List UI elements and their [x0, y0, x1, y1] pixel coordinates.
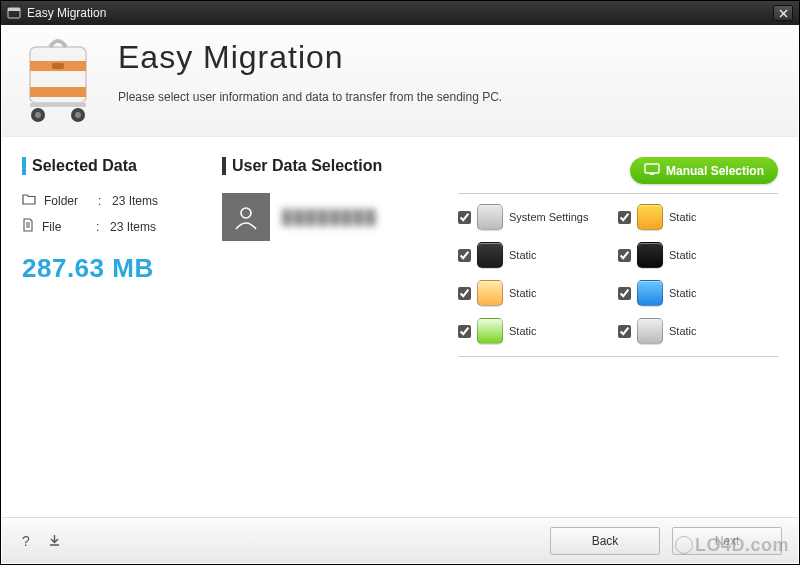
data-item-checkbox[interactable] [618, 325, 631, 338]
svg-rect-4 [30, 87, 86, 97]
download-icon [477, 318, 503, 344]
file-value: 23 Items [110, 220, 156, 234]
divider [458, 356, 778, 357]
svg-point-9 [35, 112, 41, 118]
svg-rect-1 [8, 8, 20, 11]
selected-data-panel: Selected Data Folder : 23 Items File : 2… [22, 157, 222, 497]
data-item[interactable]: System Settings [458, 204, 618, 230]
avatar [222, 193, 270, 241]
data-item-label: Static [669, 249, 697, 261]
video-icon [637, 318, 663, 344]
file-stat: File : 23 Items [22, 218, 222, 235]
divider [458, 193, 778, 194]
star-icon [637, 204, 663, 230]
data-item[interactable]: Static [618, 204, 778, 230]
download-button[interactable] [46, 533, 62, 549]
suitcase-icon [22, 37, 100, 129]
data-item[interactable]: Static [618, 280, 778, 306]
data-item-checkbox[interactable] [618, 287, 631, 300]
music-icon [477, 242, 503, 268]
data-item-checkbox[interactable] [618, 211, 631, 224]
titlebar: Easy Migration [1, 1, 799, 25]
data-item-label: Static [669, 211, 697, 223]
app-title: Easy Migration [118, 39, 778, 76]
folder-stat: Folder : 23 Items [22, 193, 222, 208]
data-item[interactable]: Static [618, 318, 778, 344]
folder-label: Folder [44, 194, 90, 208]
data-item-checkbox[interactable] [458, 287, 471, 300]
data-item[interactable]: Static [458, 242, 618, 268]
data-item-checkbox[interactable] [458, 249, 471, 262]
data-item-label: Static [509, 287, 537, 299]
folder-icon [22, 193, 36, 208]
total-size: 287.63 MB [22, 253, 222, 284]
back-button[interactable]: Back [550, 527, 660, 555]
monitor-icon [644, 163, 660, 178]
data-item-checkbox[interactable] [618, 249, 631, 262]
settings-icon [477, 204, 503, 230]
svg-rect-12 [650, 173, 654, 175]
selected-data-title: Selected Data [22, 157, 222, 175]
data-item-label: Static [669, 325, 697, 337]
window-title: Easy Migration [27, 6, 106, 20]
footer: ? Back Next [2, 517, 798, 563]
file-icon [22, 218, 34, 235]
app-window-icon [7, 6, 21, 20]
username: ████████ [282, 209, 377, 225]
next-button[interactable]: Next [672, 527, 782, 555]
svg-rect-11 [645, 164, 659, 173]
data-item-checkbox[interactable] [458, 325, 471, 338]
manual-selection-label: Manual Selection [666, 164, 764, 178]
svg-point-13 [241, 208, 251, 218]
svg-point-10 [75, 112, 81, 118]
manual-selection-button[interactable]: Manual Selection [630, 157, 778, 184]
data-item-label: Static [509, 249, 537, 261]
file-label: File [42, 220, 88, 234]
data-item-checkbox[interactable] [458, 211, 471, 224]
data-item-label: System Settings [509, 211, 588, 223]
svg-rect-6 [30, 103, 86, 107]
data-item[interactable]: Static [458, 318, 618, 344]
folder-value: 23 Items [112, 194, 158, 208]
data-item-label: Static [509, 325, 537, 337]
instruction-text: Please select user information and data … [118, 90, 778, 104]
help-button[interactable]: ? [18, 533, 34, 549]
cursor-icon [637, 280, 663, 306]
camera-icon [637, 242, 663, 268]
data-grid: System SettingsStaticStaticStaticStaticS… [458, 193, 778, 367]
data-item[interactable]: Static [458, 280, 618, 306]
folder-icon [477, 280, 503, 306]
data-item-label: Static [669, 287, 697, 299]
header: Easy Migration Please select user inform… [2, 25, 798, 137]
close-button[interactable] [773, 5, 793, 21]
data-item[interactable]: Static [618, 242, 778, 268]
svg-rect-5 [52, 63, 64, 69]
